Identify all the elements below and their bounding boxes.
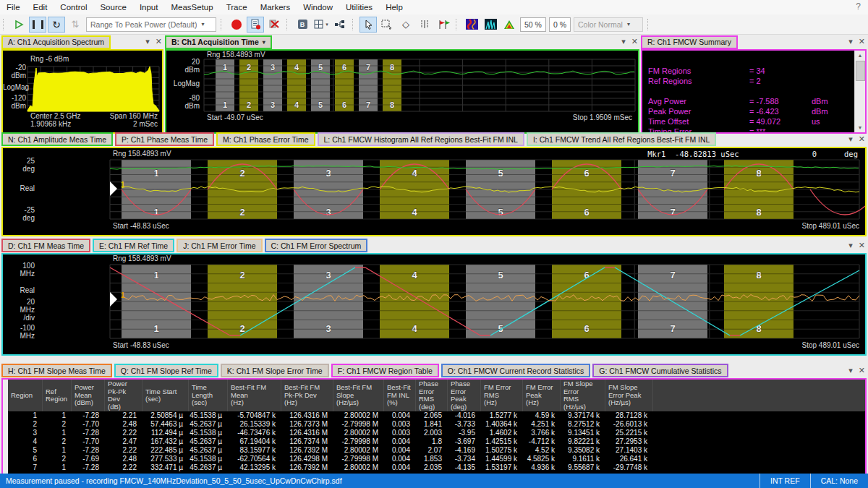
table-row[interactable]: 71-7.282.22332.471 µ45.2637 µ42.13295 k1…	[8, 463, 865, 472]
table-row[interactable]: 22-7.702.4857.4463 µ45.2637 µ26.15339 k1…	[8, 420, 865, 429]
trace-b-button[interactable]: B	[294, 17, 311, 33]
acquisition-time-plot[interactable]: 1122334455667788 Rng 158.4893 mV 20 dBm …	[165, 49, 639, 134]
column-header[interactable]: Power Mean (dBm)	[72, 380, 105, 411]
transparency-percent-input[interactable]: 50 %	[520, 17, 546, 32]
waterfall-button[interactable]	[482, 17, 499, 33]
column-header[interactable]: Phase Error Peak (deg)	[448, 380, 481, 411]
tab-r-fmcw-summary[interactable]: R: Ch1 FMCW Summary	[641, 35, 738, 49]
summary-scrollbar[interactable]: ▲ ▼	[854, 51, 865, 132]
column-header[interactable]: Ref Region	[43, 380, 72, 411]
panel-dropdown-icon[interactable]: ▾	[848, 241, 853, 249]
zoom-selection-button[interactable]	[378, 17, 396, 33]
panel-close-icon[interactable]: ✕	[859, 366, 865, 374]
menu-source[interactable]: Source	[93, 3, 132, 12]
panel-dropdown-icon[interactable]: ▾	[848, 366, 853, 374]
window-layout-button[interactable]: ▾	[312, 17, 330, 33]
column-header[interactable]: Power Pk-Pk Dev (dB)	[105, 380, 142, 411]
reference-indicator[interactable]: INT REF	[760, 474, 810, 488]
spectrum-plot[interactable]: Rng -6 dBm -20 dBm LogMag -120 dBm Cente…	[1, 49, 163, 134]
tab-c[interactable]: C: Ch1 FM Error Spectrum	[265, 239, 368, 252]
panel-close-icon[interactable]: ✕	[631, 37, 638, 46]
panel-dropdown-icon[interactable]: ▾	[848, 37, 853, 46]
tab-k[interactable]: K: Ch1 FM Slope Error Time	[221, 364, 329, 377]
fm-time-plot[interactable]: 11223344556677881 Rng 158.4893 mV 100 MH…	[1, 253, 867, 356]
panel-dropdown-icon[interactable]: ▾	[621, 37, 626, 46]
column-header[interactable]: Phase Error RMS (deg)	[416, 380, 448, 411]
spectrogram-button[interactable]	[463, 17, 480, 33]
band-markers-button[interactable]	[416, 17, 433, 33]
marker1-flag[interactable]: 1	[121, 181, 125, 189]
cumulative-history-button[interactable]	[501, 17, 518, 33]
restart-button[interactable]: ↻	[48, 17, 65, 33]
tab-f[interactable]: F: Ch1 FMCW Region Table	[331, 364, 439, 377]
menu-window[interactable]: Window	[297, 3, 339, 12]
menu-trace[interactable]: Trace	[220, 3, 254, 12]
column-header[interactable]: Best-Fit FM Mean (Hz)	[228, 380, 281, 411]
panel-dropdown-icon[interactable]: ▾	[145, 37, 150, 46]
marker-flags-button[interactable]	[435, 17, 452, 33]
color-mode-dropdown[interactable]: Color Normal ▾	[574, 17, 643, 32]
column-header[interactable]: FM Error Peak (Hz)	[523, 380, 561, 411]
table-row[interactable]: 31-7.282.22112.494 µ45.1538 µ-46.73476 k…	[8, 429, 865, 437]
tab-j[interactable]: J: Ch1 FM Error Time	[176, 239, 262, 252]
fmcw-summary-panel[interactable]: FM Regions= 34Ref Regions= 2Avg Power= -…	[641, 49, 867, 134]
menu-file[interactable]: File	[0, 3, 27, 12]
calibration-indicator[interactable]: CAL: None	[810, 474, 868, 488]
tab-p[interactable]: P: Ch1 Phase Meas Time	[115, 132, 214, 146]
select-cursor-button[interactable]	[359, 17, 377, 33]
column-header[interactable]: FM Slope Error RMS (Hz/µs)	[561, 380, 605, 411]
table-left-gutter[interactable]	[3, 380, 8, 474]
tab-g[interactable]: G: Ch1 FMCW Cumulative Statistics	[592, 364, 728, 377]
tab-l[interactable]: L: Ch1 FMCW Histogram All Ref Regions Be…	[318, 132, 524, 146]
tab-m[interactable]: M: Ch1 Phase Error Time	[216, 132, 315, 146]
range-selector-dropdown[interactable]: Range To Peak Power (Default) ▾	[86, 17, 216, 32]
menu-help[interactable]: Help	[379, 3, 409, 12]
table-row[interactable]: 11-7.282.212.50854 µ45.1538 µ-5.704847 k…	[8, 411, 865, 420]
menu-edit[interactable]: Edit	[27, 3, 54, 12]
tab-e[interactable]: E: Ch1 FM Ref Time	[93, 239, 174, 252]
panel-close-icon[interactable]: ✕	[859, 134, 865, 143]
record-button[interactable]	[228, 17, 245, 33]
tab-o[interactable]: O: Ch1 FMCW Current Record Statistics	[441, 364, 590, 377]
marker1-flag[interactable]: 1	[121, 291, 125, 299]
play-button[interactable]	[10, 17, 27, 33]
pause-button[interactable]	[29, 17, 46, 33]
tab-h[interactable]: H: Ch1 FM Slope Meas Time	[1, 364, 112, 377]
column-header[interactable]: Region	[8, 380, 43, 411]
measurement-nodes-button[interactable]	[331, 17, 349, 33]
tab-i[interactable]: I: Ch1 FMCW Trend All Ref Regions Best-F…	[527, 132, 716, 146]
help-icon[interactable]: ?	[856, 1, 861, 12]
region-table[interactable]: RegionRef RegionPower Mean (dBm)Power Pk…	[1, 378, 867, 475]
cancel-recording-button[interactable]	[265, 17, 283, 33]
menu-control[interactable]: Control	[54, 3, 93, 12]
panel-dropdown-icon[interactable]: ▾	[848, 134, 853, 143]
menu-meassetup[interactable]: MeasSetup	[164, 3, 219, 12]
column-header[interactable]: Best-Fit FM Pk-Pk Dev (Hz)	[281, 380, 333, 411]
panel-close-icon[interactable]: ✕	[859, 37, 865, 46]
overlap-percent-input[interactable]: 0 %	[549, 17, 571, 32]
tab-d[interactable]: D: Ch1 FM Meas Time	[1, 239, 90, 252]
column-header[interactable]: FM Error RMS (Hz)	[481, 380, 523, 411]
marker-diamond-button[interactable]: ◇	[397, 17, 414, 33]
phase-time-plot[interactable]: 11223344556677881 Rng 158.4893 mV Mkr1 -…	[1, 147, 867, 236]
scrollbar-thumb[interactable]	[856, 61, 865, 81]
menu-utilities[interactable]: Utilities	[339, 3, 379, 12]
scroll-up-icon[interactable]: ▲	[855, 51, 865, 60]
scroll-down-icon[interactable]: ▼	[855, 123, 865, 132]
table-row[interactable]: 51-7.282.22222.485 µ45.2637 µ83.15977 k1…	[8, 446, 865, 455]
menu-input[interactable]: Input	[133, 3, 165, 12]
table-row[interactable]: 42-7.702.47167.432 µ45.2637 µ67.19404 k1…	[8, 437, 865, 446]
column-header[interactable]: Best-Fit FM INL (%)	[384, 380, 416, 411]
menu-markers[interactable]: Markers	[254, 3, 297, 12]
recording-playback-button[interactable]	[247, 17, 264, 33]
column-header[interactable]: Best-Fit FM Slope (Hz/µs)	[333, 380, 384, 411]
tab-a-acquisition-spectrum[interactable]: A: Ch1 Acquisition Spectrum	[1, 35, 111, 49]
panel-close-icon[interactable]: ✕	[156, 37, 162, 46]
panel-close-icon[interactable]: ✕	[859, 241, 865, 249]
tab-q[interactable]: Q: Ch1 FM Slope Ref Time	[114, 364, 218, 377]
column-header[interactable]: Time Length (sec)	[189, 380, 228, 411]
tab-n[interactable]: N: Ch1 Amplitude Meas Time	[1, 132, 113, 146]
column-header[interactable]: Time Start (sec)	[142, 380, 189, 411]
column-header[interactable]: FM Slope Error Peak (Hz/µs)	[605, 380, 653, 411]
table-row[interactable]: 62-7.692.48277.533 µ45.1538 µ-62.70564 k…	[8, 455, 865, 463]
